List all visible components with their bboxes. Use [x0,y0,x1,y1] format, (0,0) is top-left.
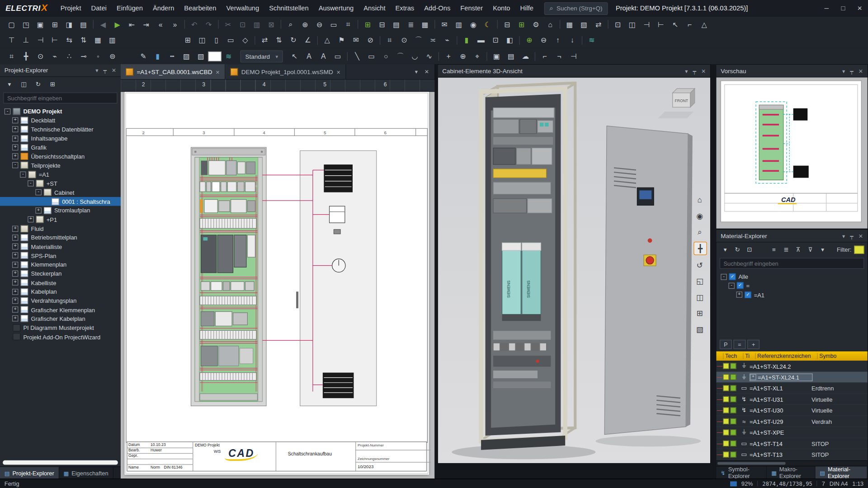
delete-icon[interactable]: ⊠ [264,18,278,31]
tree-item[interactable]: Materialliste [0,242,121,251]
tree-item[interactable]: 0001 : Schaltschra [0,197,121,206]
table-manager-icon[interactable]: ▦ [562,18,577,31]
document-tab[interactable]: =A1+ST_CAB.0001.wsCBD [121,64,225,79]
menu-item[interactable]: Datei [86,0,112,17]
wire-bridge-icon[interactable]: ⌒ [411,33,426,47]
tree-expander-icon[interactable] [20,171,26,177]
flat-view-icon[interactable]: ≡ [769,244,779,255]
fill-icon[interactable]: ▧ [194,50,208,63]
toolbar-icon[interactable] [560,20,560,29]
tree-item[interactable]: +P1 [0,215,121,224]
insert-form-icon[interactable]: ▯ [209,33,224,47]
bottom-tab[interactable]: ▦ Eigenschaften [59,467,113,479]
toolbar-icon[interactable] [457,36,457,45]
line-tool-icon[interactable]: ╲ [350,50,364,63]
save-icon[interactable]: ▣ [33,18,47,31]
toolbar-icon[interactable] [347,52,348,61]
material-refresh-icon[interactable]: ↻ [732,244,743,255]
drawing-canvas[interactable]: 2 3 4 5 6 [121,92,434,479]
tree-item[interactable]: Fluid [0,224,121,233]
parts-row[interactable]: ⏚ =A1+ST-XPE [716,427,867,438]
cube-view-icon[interactable]: ▧ [693,323,706,335]
tree-expander-icon[interactable] [728,283,734,289]
snap-grid-icon[interactable]: ⌗ [5,50,19,63]
macro-manager-icon[interactable]: ▧ [577,18,591,31]
tree-expander-icon[interactable] [12,271,18,277]
text-box-icon[interactable]: ▭ [330,50,345,63]
tree-expander-icon[interactable] [5,108,10,114]
close-panel-icon[interactable] [112,67,116,73]
home-view-icon[interactable]: ⌂ [543,18,557,31]
cut-icon[interactable]: ✂ [221,18,236,31]
insert-frame-icon[interactable]: ⊞ [180,33,195,47]
tree-item[interactable]: DEMO Projekt [0,107,121,116]
distribute-horizontal-icon[interactable]: ⇆ [62,33,76,47]
minimize-button[interactable] [818,0,835,17]
more-filters-icon[interactable]: ▾ [817,244,828,255]
connection-dots-icon[interactable]: ∴ [62,50,76,63]
rotate-view-icon[interactable]: ↺ [693,259,706,271]
point-icon[interactable]: ◦ [91,50,105,63]
potential-icon[interactable]: ≍ [426,33,440,47]
zoom-in-icon[interactable]: ⊕ [298,18,312,31]
divide-icon[interactable]: ⊕ [456,50,470,63]
tree-expander-icon[interactable] [12,289,18,295]
tree-item[interactable]: Kabelplan [0,287,121,296]
tree-item[interactable]: Steckerplan [0,269,121,278]
ungroup-icon[interactable]: ▥ [105,33,120,47]
remove-element-icon[interactable]: ⊖ [537,33,551,47]
tree-expander-icon[interactable] [12,144,18,150]
collapse-panel-icon[interactable] [842,68,845,74]
tree-expander-icon[interactable] [28,216,33,222]
orbit-view-icon[interactable]: ◉ [693,210,706,222]
toolbar-icon[interactable] [497,20,498,29]
nav-forward-icon[interactable]: ▶ [110,18,125,31]
global-search[interactable]: Suchen (Strg+Q) [544,2,608,14]
tree-item[interactable]: Projekt Add-On ProjectWizard [0,332,121,341]
mounting-rail-icon[interactable]: ▬ [474,33,488,47]
explorer-dropdown-icon[interactable]: ▾ [3,79,15,89]
align-top-icon[interactable]: ⊤ [5,33,19,47]
zoom-page-icon[interactable]: ▭ [326,18,341,31]
close-document-icon[interactable] [425,69,429,75]
move-up-icon[interactable]: ↑ [551,33,565,47]
quick-filter-button[interactable]: = [733,340,745,349]
collapse-panel-icon[interactable] [685,68,688,74]
parts-row[interactable]: ↯ =A1+ST-U30 Virtuelle [716,405,867,416]
toolbar-icon[interactable] [281,20,281,29]
sort-asc-icon[interactable]: ⊼ [793,244,803,255]
undo-icon[interactable]: ↶ [187,18,202,31]
tree-item[interactable]: Technische Datenblätter [0,125,121,134]
dark-mode-icon[interactable]: ☾ [481,18,495,31]
filter-color-swatch[interactable] [854,245,864,253]
terminator-icon[interactable]: ⊣ [566,50,581,63]
group-icon[interactable]: ▦ [91,33,105,47]
maximize-button[interactable] [835,0,852,17]
mirror-vertical-icon[interactable]: ⇅ [272,33,286,47]
save-all-icon[interactable]: ⊞ [47,18,62,31]
explorer-search-input[interactable] [3,92,117,103]
insert-point-icon[interactable]: + [441,50,456,63]
pin-panel-icon[interactable] [850,68,853,74]
toolbar-icon[interactable] [184,20,185,29]
menu-item[interactable]: Konto [488,0,515,17]
tree-expander-icon[interactable] [12,280,18,286]
image-tool-icon[interactable]: ▣ [490,50,504,63]
tree-expander-icon[interactable] [12,225,18,231]
curve-tool-icon[interactable]: ◡ [407,50,422,63]
menu-item[interactable]: Auswertung [314,0,359,17]
auto-connect-icon[interactable]: ⌁ [47,50,62,63]
menu-item[interactable]: Einfügen [112,0,148,17]
tree-item[interactable]: Übersichtsschaltplan [0,152,121,161]
toolbar-icon[interactable] [487,52,487,61]
pin-view-icon[interactable]: △ [697,18,712,31]
split-window-icon[interactable]: ◫ [625,18,639,31]
quick-filter-button[interactable]: + [747,340,760,349]
parts-row[interactable]: ▭ =A1+ST-T14 SITOP [716,438,867,449]
excel-export-icon[interactable]: ⊞ [514,18,529,31]
parts-row[interactable]: ⏚ =A1+ST-XL24.2 [716,361,867,371]
menu-item[interactable]: Projekt [56,0,86,17]
align-bottom-icon[interactable]: ⊥ [19,33,33,47]
menu-item[interactable]: Ansicht [359,0,390,17]
tree-item[interactable]: Cabinet [0,188,121,197]
